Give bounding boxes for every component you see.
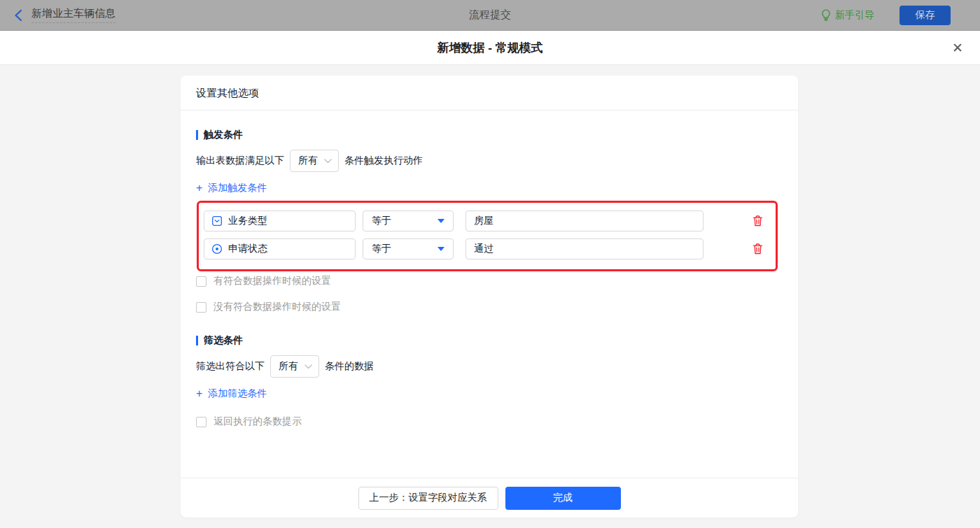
add-trigger-condition-label: 添加触发条件 [208, 182, 267, 194]
radio-field-icon [211, 243, 223, 255]
dialog-title: 新增数据 - 常规模式 [437, 40, 542, 56]
filter-match-value: 所有 [279, 360, 298, 373]
has-match-option[interactable]: 有符合数据操作时候的设置 [196, 275, 331, 287]
add-filter-condition-label: 添加筛选条件 [208, 387, 267, 400]
topbar-left: 新增业主车辆信息 [14, 7, 115, 23]
chevron-down-icon [304, 364, 312, 369]
topbar: 新增业主车辆信息 流程提交 新手引导 保存 [0, 0, 980, 31]
condition-field-label: 申请状态 [228, 243, 267, 255]
filter-section-label: 筛选条件 [204, 334, 243, 347]
options-card: 设置其他选项 触发条件 输出表数据满足以下 所有 条件触发执行动作 + [181, 76, 798, 518]
checkbox-unchecked[interactable] [196, 302, 206, 313]
trigger-sentence-prefix: 输出表数据满足以下 [196, 155, 284, 167]
no-match-label: 没有符合数据操作时候的设置 [214, 301, 341, 313]
chevron-down-icon [324, 159, 332, 164]
trigger-match-value: 所有 [298, 155, 318, 167]
card-content: 触发条件 输出表数据满足以下 所有 条件触发执行动作 + 添加触发条件 [181, 110, 798, 428]
back-button[interactable] [14, 9, 23, 22]
plus-icon: + [196, 388, 202, 399]
condition-operator-label: 等于 [372, 215, 391, 227]
condition-operator-select[interactable]: 等于 [363, 238, 454, 259]
card-footer: 上一步：设置字段对应关系 完成 [181, 478, 798, 518]
condition-field-select[interactable]: 申请状态 [204, 238, 356, 259]
condition-row: 业务类型 等于 [204, 211, 765, 231]
trigger-section-title: 触发条件 [196, 129, 783, 141]
screen: 新增业主车辆信息 流程提交 新手引导 保存 新增数据 - 常规模式 ✕ 设置其他… [0, 0, 980, 528]
flow-node-title[interactable]: 新增业主车辆信息 [31, 7, 115, 23]
lightbulb-icon [821, 9, 831, 21]
condition-operator-select[interactable]: 等于 [363, 211, 454, 231]
section-accent-bar [196, 130, 198, 140]
chevron-left-icon [14, 9, 23, 22]
filter-sentence: 筛选出符合以下 所有 条件的数据 [196, 355, 783, 378]
close-icon[interactable]: ✕ [952, 41, 963, 55]
filter-section-title: 筛选条件 [196, 334, 783, 347]
add-trigger-condition-link[interactable]: + 添加触发条件 [196, 182, 267, 194]
previous-step-button[interactable]: 上一步：设置字段对应关系 [358, 487, 498, 510]
filter-match-select[interactable]: 所有 [270, 355, 319, 378]
filter-sentence-suffix: 条件的数据 [325, 360, 374, 373]
condition-value-input[interactable] [465, 238, 704, 259]
save-button[interactable]: 保存 [899, 6, 951, 25]
add-filter-condition-link[interactable]: + 添加筛选条件 [196, 387, 267, 400]
highlighted-conditions-box: 业务类型 等于 [197, 201, 778, 271]
select-field-icon [211, 215, 223, 227]
section-accent-bar [196, 336, 198, 345]
condition-field-label: 业务类型 [228, 215, 267, 227]
count-tip-option[interactable]: 返回执行的条数提示 [196, 415, 302, 428]
condition-field-select[interactable]: 业务类型 [204, 211, 356, 231]
caret-down-icon [438, 219, 444, 223]
count-tip-label: 返回执行的条数提示 [214, 415, 302, 428]
checkbox-unchecked[interactable] [196, 417, 206, 427]
plus-icon: + [196, 183, 202, 194]
checkbox-unchecked[interactable] [196, 276, 206, 287]
guide-label: 新手引导 [835, 9, 874, 22]
card-header-title: 设置其他选项 [181, 76, 798, 110]
trash-icon [752, 243, 763, 255]
done-button[interactable]: 完成 [505, 487, 621, 510]
dialog-body: 设置其他选项 触发条件 输出表数据满足以下 所有 条件触发执行动作 + [0, 65, 980, 528]
trigger-sentence-suffix: 条件触发执行动作 [344, 155, 423, 167]
trigger-sentence: 输出表数据满足以下 所有 条件触发执行动作 [196, 150, 783, 172]
condition-row: 申请状态 等于 [204, 238, 765, 259]
condition-value-input[interactable] [465, 211, 704, 231]
filter-sentence-prefix: 筛选出符合以下 [196, 360, 265, 373]
topbar-center-title: 流程提交 [469, 8, 511, 22]
delete-condition-button[interactable] [752, 215, 763, 227]
has-match-label: 有符合数据操作时候的设置 [214, 275, 331, 287]
topbar-right: 新手引导 保存 [821, 6, 951, 25]
dialog-header: 新增数据 - 常规模式 ✕ [0, 31, 980, 65]
caret-down-icon [438, 247, 444, 251]
beginner-guide-link[interactable]: 新手引导 [821, 9, 874, 22]
condition-operator-label: 等于 [372, 243, 391, 255]
trigger-match-select[interactable]: 所有 [290, 150, 339, 172]
trigger-section-label: 触发条件 [204, 129, 243, 141]
no-match-option[interactable]: 没有符合数据操作时候的设置 [196, 301, 341, 313]
trash-icon [752, 215, 763, 227]
delete-condition-button[interactable] [752, 243, 763, 255]
